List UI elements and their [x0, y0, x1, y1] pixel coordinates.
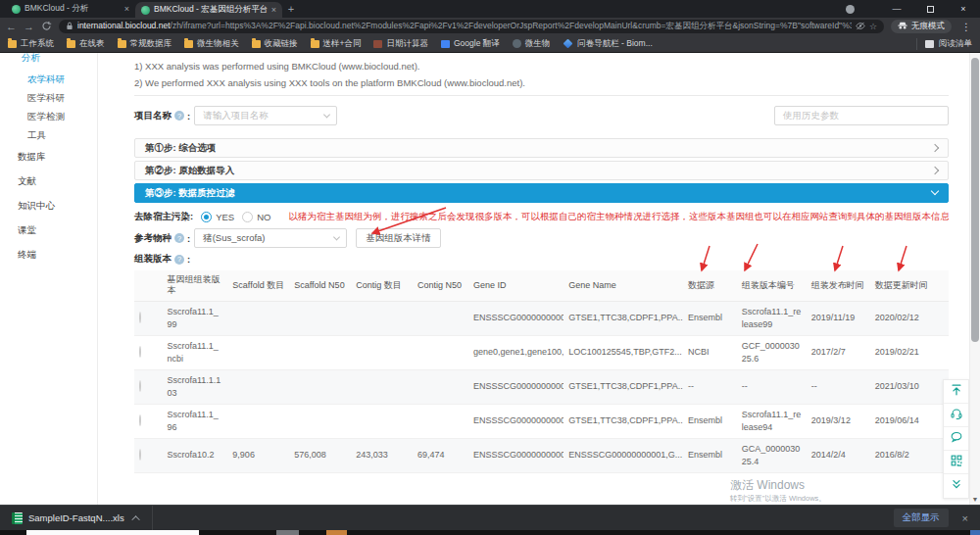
download-item[interactable]: SampleID-FastqN....xls — [12, 512, 140, 524]
browser-tab[interactable]: BMKCloud - 宏基因组分析平台× — [135, 2, 282, 18]
ref-species-select[interactable]: 猪(Sus_scrofa) — [194, 228, 347, 248]
radio-no-label[interactable]: NO — [257, 212, 270, 222]
browser-toolbar: ← → international.biocloud.net/zh/iframe… — [0, 18, 980, 35]
bookmark-item[interactable]: 送样+合同 — [311, 38, 362, 50]
table-cell: Sscrofa11.1_ncbi — [162, 335, 227, 369]
forward-icon[interactable]: → — [24, 22, 34, 32]
table-row[interactable]: Sscrofa10.29,906576,008243,03369,474ENSS… — [134, 438, 949, 472]
back-icon[interactable]: ← — [6, 22, 17, 32]
qr-code-button[interactable] — [944, 451, 968, 474]
customer-service-button[interactable] — [944, 404, 968, 427]
sidebar-item-工具[interactable]: 工具 — [0, 126, 97, 145]
row-radio[interactable] — [139, 346, 141, 358]
row-radio[interactable] — [139, 380, 141, 392]
bookmark-item[interactable]: 日期计算器 — [373, 38, 428, 50]
table-row[interactable]: Sscrofa11.1_99ENSSSCG00000000002,E...GTS… — [134, 301, 949, 335]
row-radio[interactable] — [139, 312, 141, 323]
calculator-icon — [373, 40, 382, 48]
tab-close-icon[interactable]: × — [124, 4, 129, 14]
bookmark-item[interactable]: 工作系统 — [8, 38, 54, 50]
new-tab-button[interactable]: + — [282, 0, 300, 18]
reading-list-button[interactable]: 阅读清单 — [916, 38, 972, 50]
bookmark-label: 收藏链接 — [265, 38, 298, 50]
diamond-icon — [564, 39, 573, 49]
bookmark-item[interactable]: 在线表 — [67, 38, 105, 50]
radio-no[interactable] — [242, 212, 253, 222]
close-shelf-icon[interactable]: × — [962, 512, 968, 524]
table-row[interactable]: Sscrofa11.1.103ENSSSCG00000000002,E...GT… — [134, 369, 949, 404]
bookmark-item[interactable]: Google 翻译 — [441, 38, 500, 50]
minimize-button[interactable]: — — [880, 0, 913, 18]
sidebar-item-知识中心[interactable]: 知识中心 — [0, 194, 97, 219]
menu-dots-icon[interactable]: ⋮ — [958, 22, 974, 32]
sidebar-item-农学科研[interactable]: 农学科研 — [0, 71, 97, 89]
table-cell: ENSSSCG00000000002,E... — [468, 369, 564, 404]
row-radio[interactable] — [139, 414, 141, 426]
table-cell: 69,474 — [413, 438, 468, 472]
back-to-top-button[interactable] — [944, 380, 968, 404]
address-bar[interactable]: international.biocloud.net/zh/iframe?url… — [59, 20, 884, 33]
browser-tab[interactable]: BMKCloud - 分析× — [6, 0, 135, 18]
table-cell: gene0,gene1,gene100,ge... — [468, 335, 564, 369]
incognito-label: 无痕模式 — [911, 21, 945, 32]
tab-close-icon[interactable]: × — [271, 5, 276, 15]
table-cell: Ensembl — [683, 301, 737, 335]
sidebar-item-医学科研[interactable]: 医学科研 — [0, 89, 97, 108]
page-scrollbar[interactable]: ▼ — [969, 53, 980, 505]
collapse-button[interactable] — [944, 474, 968, 498]
sidebar-item-分析[interactable]: 分析 — [0, 53, 97, 71]
radio-yes[interactable] — [201, 212, 212, 222]
bookmark-item[interactable]: 微生物相关 — [184, 38, 239, 50]
bookmark-item[interactable]: 问卷导航栏 - Biom... — [563, 38, 653, 50]
close-window-button[interactable]: × — [947, 0, 980, 18]
scrollbar-down-icon[interactable]: ▼ — [970, 496, 980, 503]
table-cell — [413, 404, 468, 438]
step-panel-2[interactable]: 第②步: 原始数据导入 — [134, 161, 949, 180]
show-all-downloads-button[interactable]: 全部显示 — [894, 509, 949, 527]
table-header-select — [134, 270, 162, 301]
table-cell: 2019/3/12 — [807, 404, 870, 438]
chevron-down-icon — [931, 187, 939, 195]
radio-yes-label[interactable]: YES — [216, 212, 234, 222]
table-cell-select — [134, 369, 162, 404]
project-name-select[interactable]: 请输入项目名称 — [194, 106, 337, 125]
step-panel-1[interactable]: 第①步: 综合选项 — [134, 138, 949, 158]
table-cell — [351, 404, 413, 438]
bookmark-item[interactable]: 微生物 — [513, 38, 551, 50]
profile-icon[interactable] — [846, 5, 855, 14]
table-cell-select — [134, 301, 162, 335]
help-icon[interactable]: ? — [174, 255, 184, 265]
reload-icon[interactable] — [41, 21, 52, 33]
table-row[interactable]: Sscrofa11.1_96ENSSSCG00000000002,E...GTS… — [134, 404, 949, 438]
download-file-name: SampleID-FastqN....xls — [28, 512, 124, 523]
table-cell — [289, 335, 351, 369]
table-row[interactable]: Sscrofa11.1_ncbigene0,gene1,gene100,ge..… — [134, 335, 949, 369]
help-icon[interactable]: ? — [174, 233, 184, 243]
step-panel-3[interactable]: 第③步: 数据质控过滤 — [134, 183, 949, 203]
sidebar-item-数据库[interactable]: 数据库 — [0, 145, 97, 170]
table-cell-select — [134, 438, 162, 472]
bookmark-star-icon[interactable]: ☆ — [869, 23, 877, 31]
sidebar-item-文献[interactable]: 文献 — [0, 170, 97, 194]
maximize-button[interactable] — [913, 0, 947, 18]
table-cell: Sscrofa11.1_96 — [162, 404, 227, 438]
bookmark-item[interactable]: 收藏链接 — [252, 38, 298, 50]
bookmark-item[interactable]: 常规数据库 — [118, 38, 172, 50]
shelf-divider — [152, 506, 153, 531]
sidebar-item-终端[interactable]: 终端 — [0, 243, 97, 268]
sidebar-item-课堂[interactable]: 课堂 — [0, 219, 97, 243]
chevron-up-icon[interactable] — [131, 515, 139, 523]
help-icon[interactable]: ? — [174, 111, 184, 121]
scrollbar-thumb[interactable] — [971, 58, 979, 342]
genome-version-detail-button[interactable]: 基因组版本详情 — [356, 228, 441, 248]
taskbar-peek — [0, 530, 980, 535]
assembly-version-label: 组装版本 ?: — [134, 253, 190, 266]
table-header: Contig N50 — [413, 270, 468, 301]
row-radio[interactable] — [139, 449, 141, 461]
table-header: Contig 数目 — [351, 270, 413, 301]
history-params-input[interactable]: 使用历史参数 — [774, 106, 949, 125]
table-header: 基因组组装版本 — [162, 270, 227, 301]
sidebar-item-医学检测[interactable]: 医学检测 — [0, 108, 97, 126]
chat-button[interactable] — [944, 427, 968, 451]
eye-off-icon[interactable] — [856, 22, 865, 32]
